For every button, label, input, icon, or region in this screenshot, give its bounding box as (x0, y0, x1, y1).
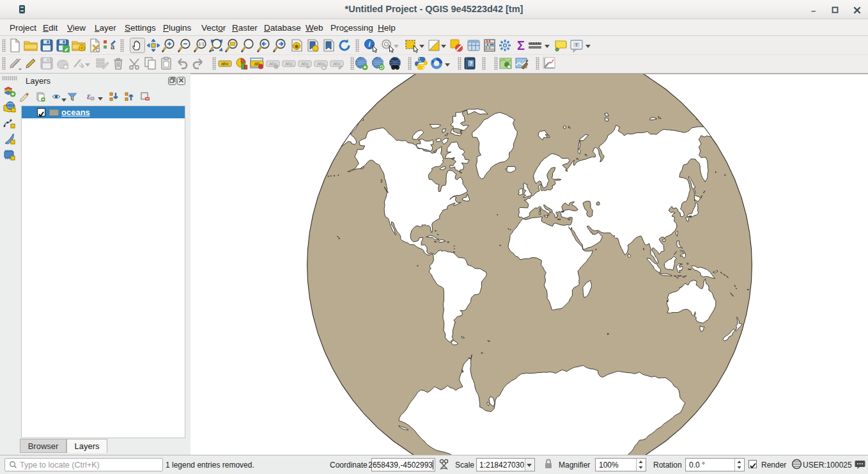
svg-text:✱: ✱ (294, 43, 299, 50)
svg-text:✱: ✱ (64, 65, 68, 69)
svg-text:ε: ε (87, 92, 91, 101)
svg-text:T: T (575, 42, 578, 48)
svg-text:abc: abc (317, 61, 325, 67)
svg-text:Σ: Σ (517, 38, 525, 52)
svg-text:1:1: 1:1 (198, 42, 204, 46)
svg-text:abc: abc (221, 61, 229, 67)
svg-text:?: ? (469, 60, 473, 67)
svg-text:abc: abc (333, 61, 341, 67)
